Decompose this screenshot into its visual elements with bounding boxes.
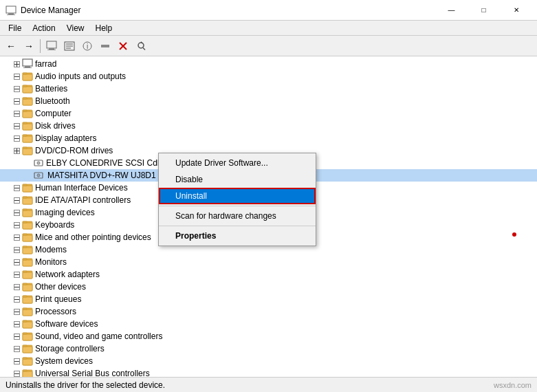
tree-item-software[interactable]: Software devices bbox=[0, 318, 537, 330]
tree-item-system[interactable]: System devices bbox=[0, 355, 537, 367]
tree-expander-ide[interactable] bbox=[11, 195, 22, 206]
svg-rect-93 bbox=[23, 248, 32, 254]
svg-rect-57 bbox=[23, 149, 32, 155]
tree-icon-imaging bbox=[22, 207, 33, 218]
scan-button[interactable] bbox=[133, 38, 149, 54]
svg-point-61 bbox=[38, 162, 39, 164]
context-menu: Update Driver Software...DisableUninstal… bbox=[158, 153, 316, 246]
context-menu-item-disable[interactable]: Disable bbox=[159, 171, 316, 188]
svg-rect-98 bbox=[23, 260, 32, 266]
menu-view[interactable]: View bbox=[61, 22, 90, 34]
tree-expander-audio[interactable] bbox=[11, 71, 22, 82]
close-button[interactable]: ✕ bbox=[501, 0, 531, 21]
tree-icon-modems bbox=[22, 244, 33, 255]
tree-expander-print[interactable] bbox=[11, 294, 22, 305]
tree-expander-elby[interactable] bbox=[22, 157, 33, 168]
menu-file[interactable]: File bbox=[3, 22, 27, 34]
context-menu-item-update[interactable]: Update Driver Software... bbox=[159, 155, 316, 171]
properties-toolbar-button[interactable] bbox=[61, 38, 78, 54]
tree-expander-batteries[interactable] bbox=[11, 83, 22, 94]
tree-item-bluetooth[interactable]: Bluetooth bbox=[0, 95, 537, 107]
tree-expander-imaging[interactable] bbox=[11, 207, 22, 218]
tree-expander-matshita[interactable] bbox=[22, 170, 33, 181]
context-menu-item-properties[interactable]: Properties bbox=[159, 228, 316, 244]
status-bar: Uninstalls the driver for the selected d… bbox=[0, 377, 537, 392]
update-driver-button[interactable]: i bbox=[79, 38, 96, 54]
tree-expander-displayadapters[interactable] bbox=[11, 133, 22, 144]
back-button[interactable]: ← bbox=[3, 38, 19, 54]
tree-item-processors[interactable]: Processors bbox=[0, 305, 537, 318]
tree-item-network[interactable]: Network adapters bbox=[0, 268, 537, 281]
maximize-button[interactable]: □ bbox=[468, 0, 499, 21]
tree-expander-network[interactable] bbox=[11, 269, 22, 280]
svg-rect-88 bbox=[23, 235, 32, 241]
toolbar-sep-1 bbox=[40, 39, 41, 53]
window-title: Device Manager bbox=[21, 6, 436, 15]
svg-rect-31 bbox=[23, 87, 32, 93]
svg-rect-27 bbox=[23, 73, 27, 74]
device-manager-button[interactable] bbox=[43, 38, 60, 54]
tree-expander-storage[interactable] bbox=[11, 343, 22, 354]
svg-rect-12 bbox=[101, 45, 109, 47]
uninstall-button[interactable] bbox=[115, 38, 131, 54]
tree-item-monitors[interactable]: Monitors bbox=[0, 256, 537, 268]
tree-item-computer[interactable]: Computer bbox=[0, 107, 537, 120]
tree-expander-software[interactable] bbox=[11, 318, 22, 329]
tree-expander-hid[interactable] bbox=[11, 182, 22, 193]
tree-expander-mice[interactable] bbox=[11, 232, 22, 243]
menu-action[interactable]: Action bbox=[27, 22, 61, 34]
tree-expander-dvd[interactable] bbox=[11, 145, 22, 156]
tree-item-print[interactable]: Print queues bbox=[0, 293, 537, 305]
tree-expander-usb[interactable] bbox=[11, 368, 22, 377]
svg-rect-3 bbox=[47, 41, 56, 48]
tree-icon-hid bbox=[22, 182, 33, 193]
tree-label-root: farrad bbox=[35, 59, 56, 69]
tree-expander-diskdrives[interactable] bbox=[11, 120, 22, 131]
svg-rect-21 bbox=[25, 66, 30, 67]
svg-rect-104 bbox=[23, 271, 27, 272]
tree-icon-sound bbox=[22, 331, 33, 342]
disable-button[interactable] bbox=[97, 38, 113, 54]
tree-label-hid: Human Interface Devices bbox=[35, 183, 128, 193]
tree-label-computer: Computer bbox=[35, 109, 72, 118]
svg-rect-118 bbox=[23, 309, 32, 316]
tree-item-root[interactable]: farrad bbox=[0, 58, 537, 70]
menu-help[interactable]: Help bbox=[90, 22, 118, 34]
tree-icon-bluetooth bbox=[22, 96, 33, 107]
tree-expander-other[interactable] bbox=[11, 281, 22, 292]
tree-expander-computer[interactable] bbox=[11, 108, 22, 119]
tree-icon-keyboards bbox=[22, 219, 33, 230]
minimize-button[interactable]: — bbox=[436, 0, 467, 21]
tree-label-audio: Audio inputs and outputs bbox=[35, 72, 126, 81]
tree-expander-bluetooth[interactable] bbox=[11, 96, 22, 107]
tree-expander-keyboards[interactable] bbox=[11, 219, 22, 230]
context-menu-item-scan[interactable]: Scan for hardware changes bbox=[159, 208, 316, 224]
tree-label-modems: Modems bbox=[35, 245, 67, 254]
svg-rect-0 bbox=[6, 6, 16, 13]
tree-item-displayadapters[interactable]: Display adapters bbox=[0, 132, 537, 144]
tree-label-usb: Universal Serial Bus controllers bbox=[35, 369, 150, 377]
svg-line-16 bbox=[143, 47, 145, 50]
tree-expander-root[interactable] bbox=[11, 58, 22, 69]
tree-expander-processors[interactable] bbox=[11, 306, 22, 317]
tree-item-batteries[interactable]: Batteries bbox=[0, 83, 537, 95]
tree-expander-system[interactable] bbox=[11, 356, 22, 367]
tree-icon-storage bbox=[22, 343, 33, 354]
tree-label-storage: Storage controllers bbox=[35, 344, 105, 353]
tree-expander-monitors[interactable] bbox=[11, 257, 22, 268]
tree-item-storage[interactable]: Storage controllers bbox=[0, 342, 537, 355]
window-controls: — □ ✕ bbox=[436, 0, 531, 21]
tree-expander-sound[interactable] bbox=[11, 331, 22, 342]
tree-icon-mice bbox=[22, 232, 33, 243]
svg-rect-4 bbox=[49, 48, 54, 50]
tree-expander-modems[interactable] bbox=[11, 244, 22, 255]
tree-item-usb[interactable]: Universal Serial Bus controllers bbox=[0, 367, 537, 377]
tree-item-audio[interactable]: Audio inputs and outputs bbox=[0, 70, 537, 83]
forward-button[interactable]: → bbox=[21, 38, 37, 54]
svg-rect-133 bbox=[23, 347, 32, 353]
context-menu-item-uninstall[interactable]: Uninstall bbox=[159, 188, 316, 204]
svg-rect-113 bbox=[23, 297, 32, 303]
tree-item-diskdrives[interactable]: Disk drives bbox=[0, 120, 537, 132]
tree-item-sound[interactable]: Sound, video and game controllers bbox=[0, 330, 537, 342]
tree-item-other[interactable]: Other devices bbox=[0, 281, 537, 293]
